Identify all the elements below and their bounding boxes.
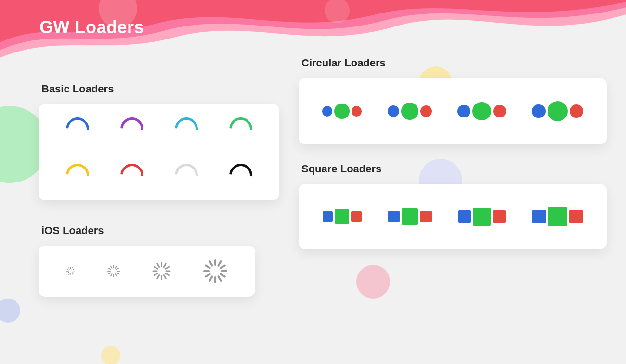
sq-loader-group — [458, 208, 506, 226]
dot-loader-group — [532, 101, 584, 121]
circle-dot — [352, 106, 362, 117]
square-dot — [335, 209, 349, 224]
sq-loader-group — [323, 209, 362, 224]
circle-dot — [388, 105, 399, 117]
circle-dot — [493, 105, 506, 118]
square-loaders-section: Square Loaders — [299, 163, 607, 249]
square-dot — [351, 211, 362, 222]
spinner-loader — [170, 159, 203, 192]
square-dot — [458, 210, 471, 223]
circle-dot — [420, 105, 432, 117]
ios-spinner — [203, 259, 227, 283]
circle-dot — [334, 104, 350, 119]
circle-dot — [322, 106, 333, 117]
decorative-circle — [356, 265, 390, 299]
section-title-circular: Circular Loaders — [301, 57, 607, 69]
square-dot — [569, 210, 583, 224]
circle-dot — [472, 102, 491, 121]
square-dot — [420, 211, 431, 222]
circular-loaders-section: Circular Loaders — [299, 57, 607, 144]
section-title-square: Square Loaders — [301, 163, 607, 175]
spinner-loader — [116, 113, 148, 145]
dot-loader-group — [457, 102, 506, 121]
dot-loader-group — [322, 104, 362, 119]
spinner-loader — [224, 159, 257, 192]
square-dot — [473, 208, 491, 226]
page-title: GW Loaders — [39, 17, 144, 38]
ios-spinner — [153, 262, 171, 280]
decorative-circle — [101, 346, 120, 364]
spinner-loader — [116, 159, 148, 192]
ios-spinner — [66, 267, 75, 275]
decorative-circle — [0, 299, 20, 323]
ios-loaders-section: iOS Loaders — [39, 224, 255, 297]
basic-loaders-section: Basic Loaders — [39, 83, 279, 200]
sq-loader-group — [532, 207, 583, 226]
square-dot — [493, 210, 506, 223]
circular-loaders-card — [299, 78, 607, 144]
ios-spinner — [107, 265, 120, 277]
square-dot — [388, 211, 400, 222]
square-dot — [532, 210, 546, 224]
square-dot — [548, 207, 567, 226]
square-dot — [323, 211, 333, 222]
circle-dot — [532, 104, 546, 118]
sq-loader-group — [388, 208, 432, 225]
spinner-loader — [170, 113, 203, 145]
circle-dot — [570, 104, 584, 118]
spinner-loader — [61, 113, 94, 145]
circle-dot — [548, 101, 568, 121]
square-dot — [402, 208, 418, 225]
spinner-loader — [61, 159, 94, 192]
basic-loaders-card — [39, 104, 279, 200]
spinner-loader — [224, 113, 257, 145]
square-loaders-card — [299, 184, 607, 249]
section-title-ios: iOS Loaders — [41, 224, 255, 237]
dot-loader-group — [388, 103, 432, 120]
section-title-basic: Basic Loaders — [41, 83, 279, 95]
ios-loaders-card — [39, 246, 255, 297]
circle-dot — [401, 103, 418, 120]
circle-dot — [457, 105, 470, 118]
